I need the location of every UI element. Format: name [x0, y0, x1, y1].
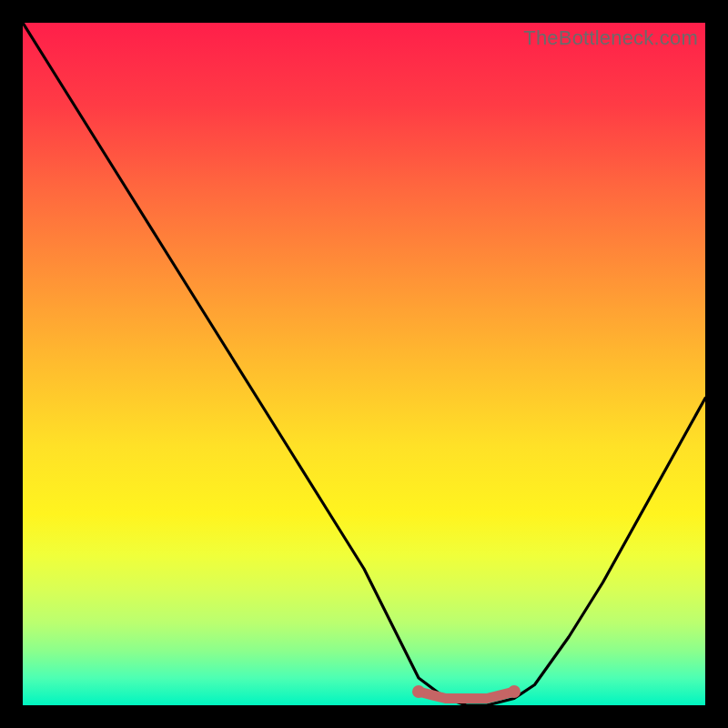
- curve-layer: [23, 23, 705, 705]
- plot-area: TheBottleneck.com: [23, 23, 705, 705]
- bottleneck-curve-path: [23, 23, 705, 705]
- sweet-spot-band-path: [419, 692, 514, 699]
- sweet-spot-dot-left: [412, 685, 425, 698]
- chart-frame: TheBottleneck.com: [0, 0, 728, 728]
- sweet-spot-dot-right: [508, 685, 521, 698]
